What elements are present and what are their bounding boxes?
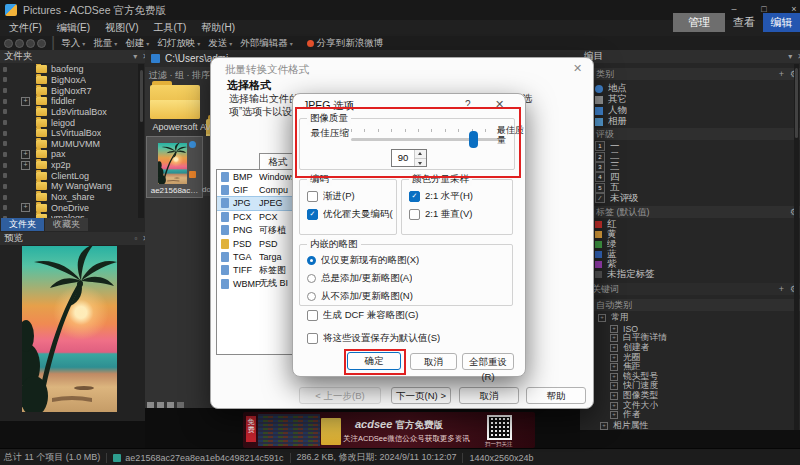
auto-cat-item[interactable]: 作者 [610,410,794,420]
toolbar-button[interactable]: 导入▾ [61,37,85,50]
expand-icon[interactable] [610,354,618,362]
nav-circle-icon[interactable] [26,39,35,48]
nav-circle-icon[interactable] [15,39,24,48]
format-row[interactable]: WBMP 无线 BI [217,277,304,290]
checkbox-row[interactable]: 2:1 水平(H) [409,187,507,205]
expand-icon[interactable] [610,334,618,342]
tab-edit[interactable]: 编辑 [763,13,800,32]
expand-icon[interactable] [610,344,618,352]
checkbox-icon[interactable] [307,333,318,344]
toolbar-button[interactable]: 发送▾ [208,37,232,50]
folder-tree-item[interactable]: Ld9VirtualBox [0,107,138,118]
menu-item[interactable]: 工具(T) [150,20,189,36]
radio-icon[interactable] [307,256,316,265]
folder-tree-item[interactable]: BigNoxR7 [0,85,138,96]
checkbox-icon[interactable] [409,191,420,202]
folder-tree-item[interactable]: fiddler [0,96,138,107]
format-row[interactable]: BMP Windows [217,170,304,183]
ad-banner[interactable]: 免费 acdsee 官方免费版 关注ACDSee微信公众号获取更多资讯 扫一扫关… [243,412,535,448]
nav-circle-icon[interactable] [4,39,13,48]
expand-icon[interactable] [610,363,618,371]
format-row[interactable]: TGA Targa [217,250,304,263]
checkbox-row[interactable]: 渐进(P) [307,187,393,205]
expand-icon[interactable] [598,314,606,322]
tab-favorites[interactable]: 收藏夹 [45,218,88,231]
checkbox-icon[interactable] [307,191,318,202]
expand-icon[interactable] [21,161,30,170]
folder-tree-item[interactable]: Nox_share [0,192,138,203]
expand-icon[interactable] [21,97,30,106]
radio-icon[interactable] [307,274,316,283]
expand-icon[interactable] [610,411,618,419]
checkbox-row[interactable]: 2:1 垂直(V) [409,205,507,223]
auto-cat-parent[interactable]: 常用 [598,313,788,323]
toolbar-button[interactable]: 外部编辑器▾ [240,37,293,50]
format-row[interactable]: TIFF 标签图 [217,264,304,277]
file-thumbnail-selected[interactable]: ae21568ac… [146,136,203,198]
folder-tree-item[interactable]: MUMUVMM [0,138,138,149]
folder-tree-item[interactable]: BigNoxA [0,75,138,86]
format-row[interactable]: PNG 可移植 [217,224,304,237]
cancel-button[interactable]: 取消 [410,353,457,370]
toolbar-button[interactable]: 创建▾ [125,37,149,50]
menu-item[interactable]: 编辑(E) [54,20,93,36]
folder-tree-item[interactable]: LsVirtualBox [0,128,138,139]
folder-tree-item[interactable]: pax [0,149,138,160]
folder-tree-item[interactable]: OneDrive [0,202,138,213]
rating-item[interactable]: ∕ 未评级 [580,193,794,203]
radio-icon[interactable] [307,292,316,301]
radio-row[interactable]: 从不添加/更新略图(N) [307,287,503,305]
help-button[interactable]: 帮助 [526,387,586,404]
expand-icon[interactable] [610,392,618,400]
next-button[interactable]: 下一页(N) > [391,387,451,404]
toolbar-button[interactable]: 幻灯放映▾ [157,37,200,50]
folder-tree-item[interactable]: baofeng [0,64,138,75]
expand-icon[interactable] [21,203,30,212]
folder-tree-item[interactable]: My WangWang [0,181,138,192]
tab-manage[interactable]: 管理 [673,13,725,32]
add-icon[interactable]: + [779,284,784,294]
chevron-down-icon[interactable]: ▾ [133,52,137,61]
reset-all-button[interactable]: 全部重设(R) [462,353,514,370]
back-button[interactable]: < 上一步(B) [299,387,381,404]
expand-icon[interactable] [610,402,618,410]
format-row[interactable]: JPG JPEG [217,197,304,210]
menu-item[interactable]: 文件(F) [6,20,45,36]
folder-tree-item[interactable]: xp2p [0,160,138,171]
expand-icon[interactable] [600,422,608,430]
expand-icon[interactable] [610,325,618,333]
catalog-scrollbar[interactable] [794,64,799,430]
folder-tree-item[interactable]: leigod [0,117,138,128]
share-weibo-button[interactable]: 分享到新浪微博 [317,37,384,50]
tab-folders[interactable]: 文件夹 [1,218,44,231]
checkbox-row[interactable]: 优化霍夫曼编码(O) [307,205,393,223]
close-icon[interactable]: ✕ [573,62,582,75]
nav-circle-icon[interactable] [37,39,46,48]
label-item[interactable]: 未指定标签 [580,269,794,279]
category-item[interactable]: 相册 [580,116,794,127]
dcf-checkbox-row[interactable]: 生成 DCF 兼容略图(G) [307,306,507,324]
tab-view[interactable]: 查看 [727,13,761,32]
format-row[interactable]: PSD PSD [217,237,304,250]
expand-icon[interactable] [21,150,30,159]
chevron-down-icon[interactable]: ▾ [788,52,792,61]
radio-row[interactable]: 总是添加/更新略图(A) [307,269,503,287]
format-row[interactable]: GIF Compu [217,183,304,196]
menu-item[interactable]: 帮助(H) [198,20,238,36]
menu-item[interactable]: 视图(V) [102,20,141,36]
folder-thumbnail[interactable] [150,85,200,119]
folders-scrollbar[interactable] [138,64,144,218]
folder-thumb-label[interactable]: Apowersoft [146,122,204,132]
format-row[interactable]: PCX PCX [217,210,304,223]
expand-icon[interactable] [610,373,618,381]
folder-tree-item[interactable]: ClientLog [0,170,138,181]
expand-icon[interactable] [610,382,618,390]
radio-row[interactable]: 仅仅更新现有的略图(X) [307,251,503,269]
checkbox-icon[interactable] [409,209,420,220]
toolbar-button[interactable]: 批量▾ [93,37,117,50]
scrollbar-thumb[interactable] [795,68,798,138]
scrollbar-thumb[interactable] [140,70,143,122]
save-default-checkbox-row[interactable]: 将这些设置保存为默认值(S) [307,329,517,347]
pin-icon[interactable]: ▫ [134,234,137,243]
add-icon[interactable]: + [779,69,784,79]
